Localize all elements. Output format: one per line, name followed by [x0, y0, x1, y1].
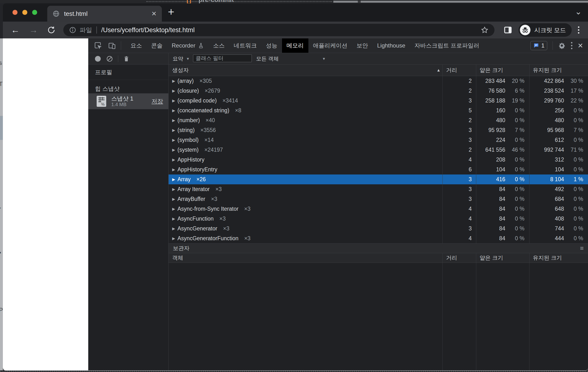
snapshot-item[interactable]: % 스냅샷 1 1.4 MB 저장	[88, 93, 168, 109]
constructor-name: AppHistory	[178, 156, 204, 163]
shallow-size-percent: 0 %	[505, 156, 529, 163]
save-snapshot-link[interactable]: 저장	[152, 98, 163, 105]
table-row[interactable]: ▶ AppHistory 4 208 0 % 312 0 %	[168, 155, 588, 165]
disclosure-triangle-icon[interactable]: ▶	[172, 79, 178, 83]
class-filter-input[interactable]	[193, 55, 252, 62]
disclosure-triangle-icon[interactable]: ▶	[172, 187, 178, 192]
minimize-window-button[interactable]	[22, 10, 27, 15]
table-row[interactable]: ▶ (array) ×305 2 283 484 20 % 422 864 30…	[168, 76, 588, 86]
column-header-shallow-size[interactable]: 얕은 크기	[476, 65, 529, 76]
delete-trash-icon[interactable]	[123, 55, 130, 62]
column-header-object[interactable]: 객체	[168, 253, 442, 263]
table-row[interactable]: ▶ (number) ×40 2 480 0 % 480 0 %	[168, 115, 588, 125]
disclosure-triangle-icon[interactable]: ▶	[172, 217, 178, 221]
column-header-distance[interactable]: 거리	[442, 253, 476, 263]
devtools-tab-보안[interactable]: 보안	[352, 38, 373, 53]
table-row[interactable]: ▶ AsyncGeneratorFunction ×3 4 84 0 % 444…	[168, 233, 588, 243]
disclosure-triangle-icon[interactable]: ▶	[172, 226, 178, 231]
shallow-size-percent: 0 %	[505, 137, 529, 143]
reload-button[interactable]	[47, 26, 56, 34]
disclosure-triangle-icon[interactable]: ▶	[172, 88, 178, 93]
constructor-name: AsyncFunction	[178, 216, 214, 222]
new-tab-button[interactable]: +	[168, 5, 174, 18]
record-heap-button[interactable]	[95, 56, 101, 62]
devtools-tab-요소[interactable]: 요소	[126, 38, 147, 53]
perspective-select[interactable]: 요약 ▼	[173, 55, 190, 62]
forward-button[interactable]: →	[29, 26, 38, 34]
clear-icon[interactable]	[106, 55, 113, 62]
devtools-close-icon[interactable]: ✕	[578, 42, 583, 50]
shallow-size-value: 641 556	[476, 147, 505, 153]
constructor-name: (concatenated string)	[178, 107, 229, 114]
disclosure-triangle-icon[interactable]: ▶	[172, 108, 178, 113]
table-row[interactable]: ▶ (compiled code) ×3414 3 258 188 19 % 2…	[168, 96, 588, 106]
devtools-tab-메모리[interactable]: 메모리	[282, 38, 308, 53]
zoom-window-button[interactable]	[32, 10, 37, 15]
device-toolbar-icon[interactable]	[108, 42, 116, 50]
column-header-retained-size[interactable]: 유지된 크기	[529, 65, 588, 76]
disclosure-triangle-icon[interactable]: ▶	[172, 138, 178, 142]
disclosure-triangle-icon[interactable]: ▶	[172, 236, 178, 241]
side-panel-icon[interactable]	[504, 26, 512, 34]
objects-scope-select[interactable]: 모든 객체 ▼	[256, 55, 326, 62]
devtools-tab-자바스크립트-프로파일러[interactable]: 자바스크립트 프로파일러	[410, 38, 484, 53]
column-header-retained-size[interactable]: 유지된 크기	[529, 253, 588, 263]
table-row[interactable]: ▶ AsyncGenerator ×3 3 84 0 % 744 0 %	[168, 224, 588, 233]
back-button[interactable]: ←	[11, 26, 20, 34]
column-header-constructor[interactable]: 생성자 ▲	[168, 65, 442, 76]
constructor-name: AsyncGeneratorFunction	[178, 235, 238, 242]
close-window-button[interactable]	[12, 10, 18, 15]
shallow-size-value: 84	[476, 225, 505, 232]
inspect-element-icon[interactable]	[94, 42, 102, 50]
devtools-tab-애플리케이션[interactable]: 애플리케이션	[308, 38, 352, 53]
devtools-tab-성능[interactable]: 성능	[261, 38, 282, 53]
table-row[interactable]: ▶ ArrayBuffer ×3 3 84 0 % 684 0 %	[168, 194, 588, 204]
settings-gear-icon[interactable]	[558, 42, 566, 49]
table-row[interactable]: ▶ Array ×26 3 416 0 % 8 104 1 %	[168, 175, 588, 184]
instance-count: ×3	[223, 225, 229, 232]
table-row[interactable]: ▶ (system) ×24197 2 641 556 46 % 992 744…	[168, 145, 588, 155]
table-row[interactable]: ▶ (string) ×3556 3 95 928 7 % 95 968 7 %	[168, 125, 588, 135]
disclosure-triangle-icon[interactable]: ▶	[172, 197, 178, 201]
table-row[interactable]: ▶ Async-from-Sync Iterator ×3 4 84 0 % 6…	[168, 204, 588, 214]
constructor-name: (number)	[178, 117, 200, 124]
devtools-tab-소스[interactable]: 소스	[209, 38, 229, 53]
devtools-menu-icon[interactable]	[571, 42, 572, 49]
issues-badge[interactable]: 1	[530, 41, 547, 50]
table-row[interactable]: ▶ (concatenated string) ×8 5 160 0 % 256…	[168, 106, 588, 115]
disclosure-triangle-icon[interactable]: ▶	[172, 177, 178, 182]
bookmark-star-icon[interactable]	[481, 26, 489, 34]
column-header-distance[interactable]: 거리	[442, 65, 476, 76]
retained-size-value: 684	[529, 196, 564, 202]
address-bar[interactable]: 파일 /Users/yceffort/Desktop/test.html	[63, 24, 494, 36]
disclosure-triangle-icon[interactable]: ▶	[172, 148, 178, 152]
incognito-badge[interactable]: 시크릿 모드	[518, 23, 572, 37]
table-row[interactable]: ▶ Array Iterator ×3 3 84 0 % 492 0 %	[168, 184, 588, 194]
shallow-size-value: 160	[476, 107, 505, 114]
hamburger-menu-icon[interactable]: ≡	[580, 245, 584, 252]
devtools-tab-콘솔[interactable]: 콘솔	[147, 38, 167, 53]
disclosure-triangle-icon[interactable]: ▶	[172, 118, 178, 123]
tab-search-chevron-icon[interactable]: ⌄	[575, 7, 582, 16]
heap-snapshots-section-label: 힙 스냅샷	[88, 84, 168, 93]
devtools-tab-lighthouse[interactable]: Lighthouse	[373, 38, 410, 53]
devtools-tab-네트워크[interactable]: 네트워크	[229, 38, 261, 53]
table-row[interactable]: ▶ AppHistoryEntry 6 104 0 % 104 0 %	[168, 165, 588, 175]
column-header-shallow-size[interactable]: 얕은 크기	[476, 253, 529, 263]
disclosure-triangle-icon[interactable]: ▶	[172, 128, 178, 132]
disclosure-triangle-icon[interactable]: ▶	[172, 167, 178, 172]
browser-tab[interactable]: test.html ✕	[47, 6, 162, 22]
retained-size-percent: 0 %	[564, 206, 588, 212]
devtools-tab-recorder[interactable]: Recorder	[167, 38, 209, 53]
table-row[interactable]: ▶ (symbol) ×14 3 224 0 % 612 0 %	[168, 135, 588, 145]
browser-menu-icon[interactable]	[578, 26, 579, 33]
disclosure-triangle-icon[interactable]: ▶	[172, 157, 178, 162]
disclosure-triangle-icon[interactable]: ▶	[172, 207, 178, 211]
table-row[interactable]: ▶ AsyncFunction ×3 4 84 0 % 408 0 %	[168, 214, 588, 224]
table-row[interactable]: ▶ (closure) ×2679 2 76 580 6 % 238 524 1…	[168, 86, 588, 96]
shallow-size-percent: 7 %	[505, 127, 529, 133]
tab-close-icon[interactable]: ✕	[151, 11, 157, 17]
shallow-size-percent: 0 %	[505, 117, 529, 124]
disclosure-triangle-icon[interactable]: ▶	[172, 98, 178, 103]
info-icon[interactable]	[69, 26, 76, 33]
